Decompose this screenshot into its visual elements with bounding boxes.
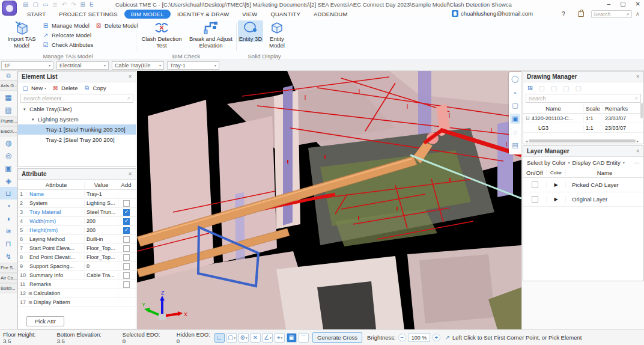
- arc-icon[interactable]: ⌒: [299, 333, 309, 343]
- attribute-row[interactable]: 2 System Lighting S...: [18, 199, 136, 208]
- tree-item[interactable]: ▾ Lighting System: [18, 114, 136, 124]
- collapse-ribbon-icon[interactable]: ∧: [636, 11, 640, 17]
- lighting-icon[interactable]: ◍: [0, 136, 17, 149]
- relocate-model-button[interactable]: ↗ Relocate Model: [42, 31, 93, 40]
- section-air-conditioning[interactable]: Air Co...: [0, 273, 17, 283]
- tree-item[interactable]: ▾ Cable Tray(Elec): [18, 104, 136, 114]
- attribute-value[interactable]: Built-in: [84, 236, 118, 242]
- save-icon[interactable]: ▤: [23, 1, 28, 8]
- e-tool-icon[interactable]: E: [90, 1, 94, 8]
- store-bag-icon[interactable]: [578, 11, 584, 17]
- lightning-rod-icon[interactable]: ↯: [0, 250, 17, 263]
- mini-map-icon[interactable]: ▫: [510, 87, 520, 97]
- attribute-value[interactable]: Lighting S...: [84, 200, 118, 206]
- help-button[interactable]: ?▾: [562, 11, 565, 17]
- deselect-icon[interactable]: ✕: [251, 333, 261, 343]
- attribute-value[interactable]: Steel Trun...: [84, 209, 118, 215]
- open-folder-icon[interactable]: ▭: [43, 1, 48, 8]
- more-options-icon[interactable]: ⋯: [634, 159, 640, 166]
- entity-model-button[interactable]: Entity Model: [264, 20, 290, 49]
- drawing-tool-icon[interactable]: ▢: [538, 84, 544, 92]
- floor-select[interactable]: 1F▾: [1, 61, 53, 70]
- solid-display-toggle-icon[interactable]: ▣: [287, 333, 297, 343]
- section-plumbing[interactable]: Plumb...: [0, 116, 17, 126]
- add-checkbox[interactable]: [123, 227, 130, 234]
- expand-icon[interactable]: ⊟: [526, 115, 530, 121]
- view-settings-icon[interactable]: ▤: [510, 140, 520, 150]
- attribute-row[interactable]: 4 Width(mm) 200: [18, 217, 136, 226]
- attribute-value[interactable]: 0: [84, 263, 118, 269]
- attribute-row[interactable]: 8 End Point Elevati... Floor_Top...: [18, 253, 136, 262]
- close-icon[interactable]: ✕: [636, 148, 640, 154]
- section-electrical[interactable]: Electri...: [0, 126, 17, 136]
- minimize-button[interactable]: –: [607, 1, 611, 7]
- new-file-icon[interactable]: ▢: [32, 1, 38, 8]
- ribbon-tab[interactable]: VIEW: [235, 10, 264, 19]
- distribution-box-icon[interactable]: ▣: [0, 162, 17, 174]
- 3d-model-view[interactable]: Z Y X: [137, 71, 521, 329]
- angle-icon[interactable]: ∠▾: [263, 333, 273, 343]
- tree-expander-icon[interactable]: ▾: [32, 117, 36, 122]
- panel-pin-icon[interactable]: ⧉: [0, 71, 17, 81]
- drawing-tool-icon[interactable]: ▢: [575, 84, 581, 92]
- import-tas-model-button[interactable]: Import TAS Model: [2, 20, 41, 49]
- attribute-row[interactable]: 12 ⊞ Calculation: [18, 289, 136, 298]
- section-building[interactable]: Buildi...: [0, 283, 17, 293]
- add-checkbox[interactable]: [123, 209, 130, 216]
- equipment-icon[interactable]: ◈: [0, 174, 17, 187]
- add-checkbox[interactable]: [123, 272, 130, 279]
- ribbon-tab[interactable]: BIM MODEL: [124, 10, 171, 19]
- attribute-row[interactable]: 1 Name Tray-1: [18, 190, 136, 199]
- display-cad-entity-button[interactable]: Display CAD Entity: [572, 159, 620, 166]
- manage-model-button[interactable]: ⊞ Manage Model: [42, 21, 93, 30]
- add-checkbox[interactable]: [123, 263, 130, 270]
- layer-visibility-checkbox[interactable]: [532, 196, 538, 203]
- category-select[interactable]: Cable Tray(Ele▾: [112, 61, 164, 70]
- drawing-row[interactable]: LG3 1:1 23/03/07: [523, 123, 643, 133]
- account-chip[interactable]: chuahlusheng@hotmail.com: [452, 10, 533, 17]
- tree-item[interactable]: Tray-1 [Steel Trunking 200 200]: [18, 124, 136, 135]
- add-checkbox[interactable]: [123, 200, 130, 207]
- add-checkbox[interactable]: [123, 218, 130, 225]
- attribute-value[interactable]: 200: [84, 218, 118, 224]
- layout-icon[interactable]: ⊞: [80, 1, 85, 8]
- orbit-view-icon[interactable]: ◯: [510, 74, 520, 84]
- attribute-row[interactable]: 9 Support Spacing... 0: [18, 262, 136, 271]
- section-axis-grid[interactable]: Axis G...: [0, 81, 17, 91]
- cable-tray-icon[interactable]: ⊔: [0, 187, 17, 200]
- horizontal-scrollbar[interactable]: ◂▸: [526, 139, 639, 142]
- drawing-tool-icon[interactable]: ▢: [551, 84, 557, 92]
- layer-expand-icon[interactable]: ▶: [546, 182, 565, 188]
- snap-icon[interactable]: ⊛▾: [238, 333, 249, 343]
- close-icon[interactable]: ✕: [636, 74, 640, 79]
- brightness-minus-button[interactable]: −: [398, 334, 406, 341]
- busbar-icon[interactable]: ⊓: [0, 237, 17, 250]
- rotate-view-icon[interactable]: ◌: [510, 127, 520, 137]
- undo-icon[interactable]: ↶: [62, 1, 67, 8]
- redo-icon[interactable]: ↷: [71, 1, 76, 8]
- system-select[interactable]: Electrical▾: [56, 61, 109, 70]
- ribbon-tab[interactable]: START: [20, 10, 52, 19]
- tracking-icon[interactable]: ⌖▾: [275, 333, 285, 343]
- break-adjust-elevation-button[interactable]: Break and Adjust Elevation: [187, 20, 235, 49]
- layer-row[interactable]: ▶ Original Layer: [523, 192, 643, 207]
- new-element-button[interactable]: ▢ New: [22, 84, 43, 93]
- ribbon-tab[interactable]: IDENTIFY & DRAW: [171, 10, 235, 19]
- add-checkbox[interactable]: [123, 245, 130, 252]
- grid-icon[interactable]: ▦: [0, 91, 17, 103]
- close-icon[interactable]: ✕: [128, 171, 132, 177]
- vertical-scrollbar[interactable]: [640, 103, 643, 118]
- delete-model-button[interactable]: ⊠ Delete Model: [95, 21, 138, 30]
- attribute-value[interactable]: Cable Tra...: [84, 272, 118, 278]
- solid-view-icon[interactable]: ▣: [510, 114, 520, 124]
- brightness-value[interactable]: 100 %: [409, 333, 430, 342]
- attribute-row[interactable]: 10 Summary Info Cable Tra...: [18, 271, 136, 280]
- save-all-icon[interactable]: ≣: [52, 1, 57, 8]
- expand-icon[interactable]: ⊞: [28, 300, 32, 305]
- attribute-row[interactable]: 7 Start Point Eleva... Floor_Top...: [18, 244, 136, 253]
- close-icon[interactable]: ✕: [128, 74, 132, 79]
- expand-icon[interactable]: ⊞: [28, 291, 32, 296]
- global-search-input[interactable]: Search ⌕: [591, 10, 632, 18]
- fan-icon[interactable]: ◎: [0, 149, 17, 162]
- secondary-axis-icon[interactable]: ▨: [0, 103, 17, 116]
